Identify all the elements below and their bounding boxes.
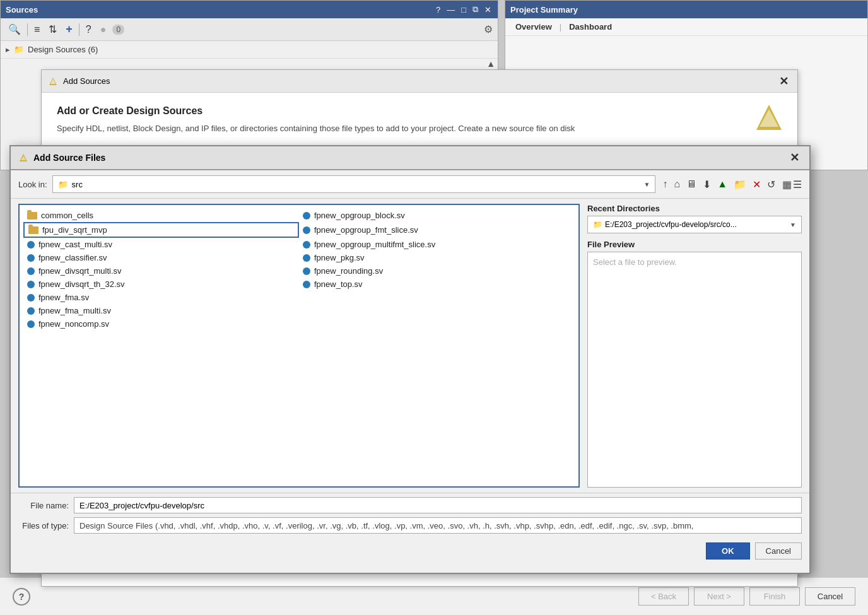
folder-icon-recent: 📁 <box>593 220 602 229</box>
file-name: fpnew_top.sv <box>314 279 363 289</box>
minimize-btn[interactable]: — <box>445 5 456 15</box>
project-summary-title: Project Summary <box>510 5 578 15</box>
filetype-input[interactable] <box>74 517 802 534</box>
sv-file-icon <box>303 254 310 262</box>
list-item[interactable]: fpnew_top.sv <box>299 278 575 291</box>
asf-close-btn[interactable]: ✕ <box>787 151 802 165</box>
list-item[interactable]: fpnew_noncomp.sv <box>23 317 299 331</box>
filter-icon[interactable]: ≡ <box>32 23 42 37</box>
cancel-button[interactable]: Cancel <box>755 542 802 559</box>
tab-overview[interactable]: Overview <box>510 21 557 33</box>
sv-file-icon <box>303 226 310 234</box>
recent-dirs-dropdown[interactable]: 📁 E:/E203_project/cvfpu-develop/src/co..… <box>587 216 802 233</box>
wizard-help-btn[interactable]: ? <box>13 588 30 606</box>
design-sources-row: ▸ 📁 Design Sources (6) ▲ <box>1 41 498 59</box>
recent-dirs-section: Recent Directories 📁 E:/E203_project/cvf… <box>587 204 802 233</box>
asf-main: common_cells fpnew_opgroup_block.sv fpu_… <box>11 199 809 493</box>
file-preview-label: File Preview <box>587 240 802 249</box>
folder-icon-small: 📁 <box>58 180 68 189</box>
list-item <box>299 304 575 317</box>
next-button[interactable]: Next > <box>694 587 744 606</box>
file-name: fpnew_pkg.sv <box>314 253 365 262</box>
list-item[interactable]: fpu_div_sqrt_mvp <box>23 222 299 238</box>
add-sources-title-text: Add Sources <box>63 76 110 86</box>
list-item[interactable]: fpnew_opgroup_block.sv <box>299 209 575 222</box>
list-item[interactable]: common_cells <box>23 209 299 222</box>
delete-icon[interactable]: ✕ <box>751 177 763 192</box>
vivado-logo-icon <box>48 76 58 86</box>
file-name: common_cells <box>41 211 93 220</box>
info-icon[interactable]: ? <box>83 23 94 37</box>
sv-file-icon <box>27 294 35 302</box>
grid-view-icon[interactable]: ▦ <box>782 179 792 190</box>
add-icon[interactable]: + <box>63 21 75 37</box>
file-list: common_cells fpnew_opgroup_block.sv fpu_… <box>20 205 578 334</box>
finish-button[interactable]: Finish <box>749 587 800 606</box>
sv-file-icon <box>27 320 35 328</box>
restore-btn[interactable]: □ <box>460 5 467 15</box>
list-item[interactable]: fpnew_divsqrt_th_32.sv <box>23 278 299 291</box>
list-item[interactable]: fpnew_fma_multi.sv <box>23 304 299 317</box>
float-btn[interactable]: ⧉ <box>471 4 479 15</box>
scroll-up-icon[interactable]: ▲ <box>486 59 495 69</box>
up-dir-icon[interactable]: ↑ <box>660 177 669 191</box>
file-name: fpnew_fma_multi.sv <box>38 306 111 315</box>
list-item[interactable]: fpnew_rounding.sv <box>299 264 575 278</box>
home-icon[interactable]: ⌂ <box>672 177 682 191</box>
sv-file-icon <box>27 254 35 262</box>
status-icon: ● <box>98 23 109 37</box>
file-name: fpnew_opgroup_multifmt_slice.sv <box>314 240 435 249</box>
file-list-container: common_cells fpnew_opgroup_block.sv fpu_… <box>18 204 580 488</box>
list-item[interactable]: fpnew_fma.sv <box>23 291 299 304</box>
list-item[interactable]: fpnew_cast_multi.sv <box>23 238 299 251</box>
help-titlebar-btn[interactable]: ? <box>435 5 442 15</box>
file-name: fpnew_opgroup_block.sv <box>314 211 405 220</box>
list-item[interactable]: fpnew_pkg.sv <box>299 251 575 264</box>
status-badge: 0 <box>112 25 124 35</box>
filename-input[interactable] <box>74 497 802 513</box>
computer-icon[interactable]: 🖥 <box>684 177 698 191</box>
sv-file-icon <box>27 267 35 275</box>
file-name: fpnew_opgroup_fmt_slice.sv <box>314 225 418 235</box>
folder-icon <box>27 212 37 220</box>
sv-file-icon <box>303 281 310 288</box>
vivado-nav-icon[interactable]: ▲ <box>715 177 729 191</box>
tab-separator: | <box>557 22 564 32</box>
file-name: fpu_div_sqrt_mvp <box>42 225 107 235</box>
tab-dashboard[interactable]: Dashboard <box>564 21 617 33</box>
file-name: fpnew_noncomp.sv <box>38 319 109 329</box>
filename-label: File name: <box>18 501 69 510</box>
sep1 <box>27 23 28 36</box>
filename-row: File name: <box>18 497 802 513</box>
sv-file-icon <box>27 241 35 249</box>
list-view-icon[interactable]: ☰ <box>793 179 802 190</box>
look-in-dropdown[interactable]: 📁 src ▼ <box>52 175 656 193</box>
list-item[interactable]: fpnew_opgroup_multifmt_slice.sv <box>299 238 575 251</box>
wizard-cancel-button[interactable]: Cancel <box>805 587 855 606</box>
file-name: fpnew_cast_multi.sv <box>38 240 112 249</box>
close-titlebar-btn[interactable]: ✕ <box>483 5 493 15</box>
file-name: fpnew_divsqrt_th_32.sv <box>38 279 125 289</box>
download-icon[interactable]: ⬇ <box>701 177 713 192</box>
look-in-label: Look in: <box>18 180 47 189</box>
list-item[interactable]: fpnew_classifier.sv <box>23 251 299 264</box>
ok-button[interactable]: OK <box>706 542 750 559</box>
add-sources-close-btn[interactable]: ✕ <box>777 74 791 88</box>
filetype-row: Files of type: <box>18 517 802 534</box>
filetype-label: Files of type: <box>18 521 69 530</box>
sort-icon[interactable]: ⇅ <box>46 22 59 37</box>
list-item[interactable]: fpnew_divsqrt_multi.sv <box>23 264 299 278</box>
gear-icon[interactable]: ⚙ <box>484 23 493 35</box>
search-icon[interactable]: 🔍 <box>6 22 23 37</box>
file-name: fpnew_rounding.sv <box>314 266 383 276</box>
list-item[interactable]: fpnew_opgroup_fmt_slice.sv <box>299 222 575 238</box>
project-summary-titlebar: Project Summary <box>505 1 867 18</box>
asf-title-left: Add Source Files <box>18 153 105 163</box>
nav-icons-row: ↑ ⌂ 🖥 ⬇ ▲ 📁 ✕ ↺ ▦ ☰ <box>660 177 802 192</box>
file-name: fpnew_divsqrt_multi.sv <box>38 266 122 276</box>
refresh-icon[interactable]: ↺ <box>765 177 777 192</box>
new-folder-icon[interactable]: 📁 <box>732 177 748 192</box>
recent-dirs-value: E:/E203_project/cvfpu-develop/src/co... <box>605 220 737 229</box>
add-sources-heading: Add or Create Design Sources <box>57 105 782 117</box>
back-button[interactable]: < Back <box>638 587 689 606</box>
